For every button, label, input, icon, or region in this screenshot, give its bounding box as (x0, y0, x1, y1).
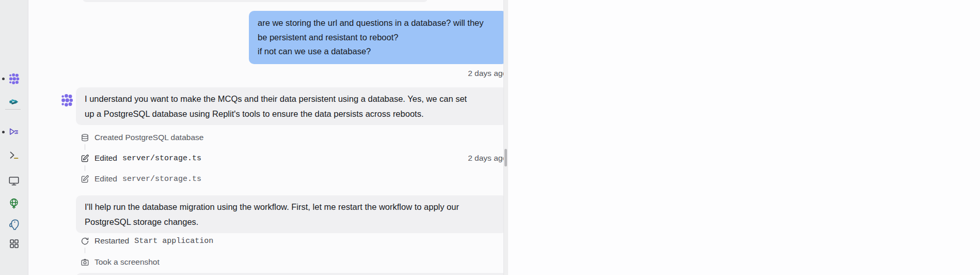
sidebar-item-agent[interactable] (6, 70, 22, 87)
edit-file-icon (81, 154, 89, 163)
event-label: Took a screenshot (94, 257, 160, 267)
shell-icon (9, 150, 20, 161)
event-row-took-screenshot[interactable]: Took a screenshot (81, 257, 507, 267)
previous-message-bubble-cut (83, 0, 428, 2)
event-row-created-database[interactable]: Created PostgreSQL database (81, 132, 507, 143)
agent-avatar (60, 94, 74, 107)
event-row-edited-file[interactable]: Edited server/storage.ts 2 days ago (81, 153, 507, 163)
event-label: Edited (94, 174, 117, 184)
event-connector (85, 165, 85, 171)
event-connector (85, 144, 85, 150)
event-connector (85, 248, 85, 253)
sidebar-item-assistant[interactable] (6, 94, 22, 110)
event-timestamp: 2 days ago (468, 154, 507, 163)
edit-file-icon (81, 175, 89, 184)
agent-dots-icon (60, 94, 74, 107)
event-row-edited-file[interactable]: Edited server/storage.ts (81, 174, 507, 184)
sidebar-item-shell[interactable] (6, 147, 22, 163)
restart-icon (81, 237, 89, 246)
agent-message-bubble: I understand you want to make the MCQs a… (76, 87, 507, 125)
unread-indicator-dot (2, 78, 5, 80)
event-label: Created PostgreSQL database (94, 133, 203, 142)
event-target-file: server/storage.ts (122, 154, 201, 163)
event-target-file: server/storage.ts (122, 175, 201, 184)
event-row-restarted-workflow[interactable]: Restarted Start application (81, 236, 507, 246)
event-label: Restarted (94, 236, 129, 246)
grid-icon (9, 238, 20, 249)
agent-message-bubble: I'll help run the database migration usi… (76, 195, 507, 233)
camera-icon (81, 258, 89, 267)
next-message-bubble-cut (76, 273, 509, 275)
console-icon (8, 126, 20, 138)
unread-indicator-dot (2, 131, 5, 133)
sidebar-item-all-tools[interactable] (6, 235, 22, 252)
database-icon (81, 133, 89, 142)
chat-scrollbar-track[interactable] (503, 0, 508, 275)
sidebar-divider (5, 109, 21, 110)
sidebar-item-webview[interactable] (6, 195, 22, 212)
sidebar-item-output[interactable] (6, 173, 22, 189)
monitor-icon (8, 175, 20, 187)
chat-scrollbar-thumb[interactable] (504, 149, 507, 166)
agent-chat-panel: are we storing the url and questions in … (28, 0, 503, 275)
tool-sidebar (0, 0, 28, 275)
user-message-bubble: are we storing the url and questions in … (249, 11, 507, 64)
agent-dots-icon (8, 73, 20, 85)
message-timestamp: 2 days ago (468, 69, 507, 78)
event-target-workflow: Start application (134, 237, 213, 246)
globe-icon (8, 198, 20, 209)
sidebar-item-database[interactable] (6, 216, 22, 232)
postgres-icon (8, 218, 20, 230)
sidebar-item-console[interactable] (6, 124, 22, 140)
event-label: Edited (94, 154, 117, 163)
detail-panel: Created PostgreSQL database Created Post… (508, 0, 980, 275)
assistant-arrow-icon (8, 96, 20, 108)
timestamp-row: 2 days ago (76, 69, 507, 79)
